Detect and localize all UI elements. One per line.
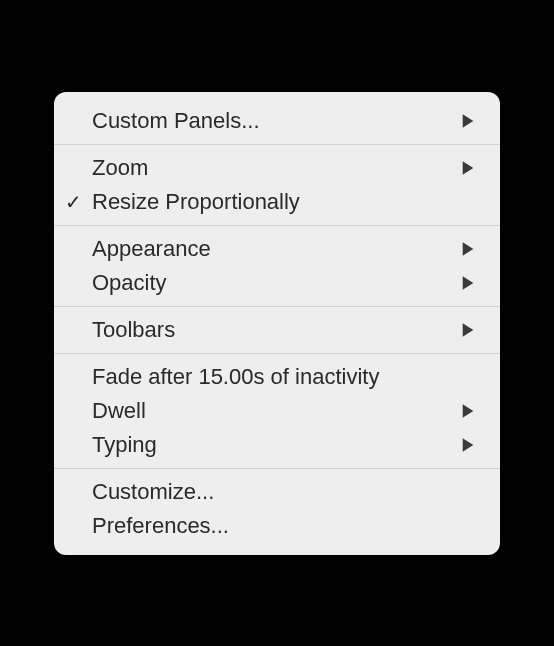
submenu-arrow-icon [456,275,480,291]
menu-item-dwell[interactable]: Dwell [54,394,500,428]
menu-item-toolbars[interactable]: Toolbars [54,313,500,347]
menu-group: Customize...Preferences... [54,471,500,547]
submenu-arrow-icon [456,403,480,419]
menu-item-label: Appearance [92,236,456,262]
menu-item-preferences[interactable]: Preferences... [54,509,500,543]
menu-separator [54,306,500,307]
submenu-arrow-icon [456,437,480,453]
menu-item-customize[interactable]: Customize... [54,475,500,509]
menu-item-opacity[interactable]: Opacity [54,266,500,300]
menu-item-label: Preferences... [92,513,456,539]
menu-separator [54,353,500,354]
menu-item-fade-after[interactable]: Fade after 15.00s of inactivity [54,360,500,394]
submenu-arrow-icon [456,113,480,129]
menu-item-label: Dwell [92,398,456,424]
menu-group: Custom Panels... [54,100,500,142]
menu-item-typing[interactable]: Typing [54,428,500,462]
menu-item-resize-proportionally[interactable]: ✓Resize Proportionally [54,185,500,219]
menu-item-label: Customize... [92,479,456,505]
menu-item-label: Zoom [92,155,456,181]
menu-group: AppearanceOpacity [54,228,500,304]
menu-item-appearance[interactable]: Appearance [54,232,500,266]
menu-group: Fade after 15.00s of inactivityDwellTypi… [54,356,500,466]
menu-separator [54,144,500,145]
menu-item-label: Typing [92,432,456,458]
context-menu: Custom Panels...Zoom✓Resize Proportional… [54,92,500,555]
menu-item-label: Opacity [92,270,456,296]
menu-item-label: Custom Panels... [92,108,456,134]
menu-group: Toolbars [54,309,500,351]
submenu-arrow-icon [456,241,480,257]
menu-item-zoom[interactable]: Zoom [54,151,500,185]
submenu-arrow-icon [456,322,480,338]
menu-group: Zoom✓Resize Proportionally [54,147,500,223]
menu-separator [54,225,500,226]
checkmark-icon: ✓ [54,190,92,214]
submenu-arrow-icon [456,160,480,176]
menu-separator [54,468,500,469]
menu-item-custom-panels[interactable]: Custom Panels... [54,104,500,138]
menu-item-label: Resize Proportionally [92,189,456,215]
menu-item-label: Toolbars [92,317,456,343]
menu-item-label: Fade after 15.00s of inactivity [92,364,456,390]
